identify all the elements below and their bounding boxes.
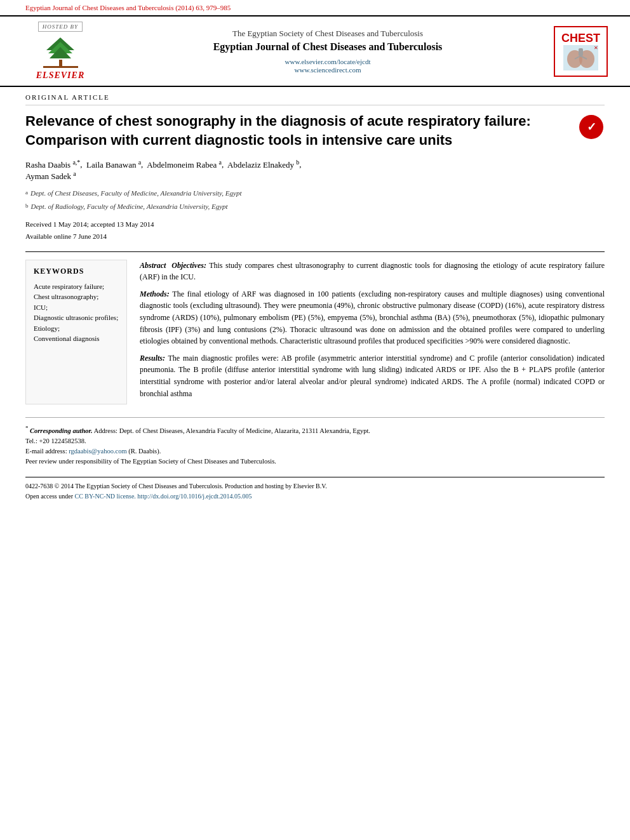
journal-reference: Egyptian Journal of Chest Diseases and T… <box>25 4 231 11</box>
affil-1-sup: a <box>25 188 28 197</box>
elsevier-logo: HOSTED BY ELSEVIER <box>19 22 102 81</box>
chest-journal-logo: CHEST ✕ <box>554 26 611 77</box>
keywords-list: Acute respiratory failure; Chest ultraso… <box>34 281 119 344</box>
affiliations: a Dept. of Chest Diseases, Faculty of Me… <box>25 188 605 212</box>
corresponding-note: * Corresponding author. Address: Dept. o… <box>25 424 605 436</box>
methods-label: Methods: <box>140 290 170 298</box>
author-5: Ayman Sadek a <box>25 171 76 181</box>
abstract-objectives: Abstract Objectives: This study compares… <box>140 260 605 283</box>
author-4-sup: b <box>296 158 299 165</box>
crossmark-icon: ✓ <box>579 115 603 139</box>
society-name: The Egyptian Society of Chest Diseases a… <box>108 29 547 39</box>
affil-1-text: Dept. of Chest Diseases, Faculty of Medi… <box>30 188 241 199</box>
author-1-sup: a,* <box>72 158 80 165</box>
keyword-2: Chest ultrasonography; <box>34 291 119 302</box>
journal-header: HOSTED BY ELSEVIER The Egyptian Society … <box>0 15 630 87</box>
footer-email: rgdaabis@yahoo.com <box>69 448 126 455</box>
results-label: Results: <box>140 354 165 363</box>
copyright-bar: 0422-7638 © 2014 The Egyptian Society of… <box>25 477 605 507</box>
author-1: Rasha Daabis a,* <box>25 160 80 170</box>
copyright-text-1: 0422-7638 © 2014 The Egyptian Society of… <box>25 481 605 491</box>
doi-link: http://dx.doi.org/10.1016/j.ejcdt.2014.0… <box>137 493 251 500</box>
article-title: Relevance of chest sonography in the dia… <box>25 112 570 149</box>
keyword-1: Acute respiratory failure; <box>34 281 119 292</box>
abstract-label: Abstract <box>140 261 166 270</box>
chest-journal-box: CHEST ✕ <box>554 26 608 77</box>
objectives-text: This study compares chest ultrasonograph… <box>140 261 605 282</box>
corresponding-sup: * <box>25 425 28 431</box>
author-2-sup: a <box>138 158 141 165</box>
cc-license-link: CC BY-NC-ND license. <box>74 493 135 500</box>
svg-rect-4 <box>43 66 78 68</box>
title-area: Relevance of chest sonography in the dia… <box>25 112 605 149</box>
svg-rect-8 <box>579 48 583 56</box>
elsevier-brand-label: ELSEVIER <box>36 70 84 81</box>
svg-text:✕: ✕ <box>594 45 598 51</box>
chest-title: CHEST <box>561 32 600 45</box>
top-bar: Egyptian Journal of Chest Diseases and T… <box>0 0 630 15</box>
abstract-text: Abstract Objectives: This study compares… <box>140 260 605 400</box>
results-text: The main diagnostic profiles were: AB pr… <box>140 354 605 398</box>
keywords-abstract-section: KEYWORDS Acute respiratory failure; Ches… <box>25 260 605 405</box>
email-line: E-mail address: rgdaabis@yahoo.com (R. D… <box>25 446 605 457</box>
abstract-results: Results: The main diagnostic profiles we… <box>140 352 605 399</box>
author-4: Abdelaziz Elnakedy b <box>227 160 299 170</box>
author-3-sup: a <box>219 158 222 165</box>
abstract-panel: Abstract Objectives: This study compares… <box>140 260 605 405</box>
affiliation-2: b Dept. of Radiology, Faculty of Medicin… <box>25 201 605 213</box>
author-3: Abdelmoneim Rabea a <box>147 160 222 170</box>
author-5-sup: a <box>73 170 76 177</box>
objectives-label: Objectives: <box>171 261 206 270</box>
methods-text: The final etiology of ARF was diagnosed … <box>140 290 605 345</box>
affiliation-1: a Dept. of Chest Diseases, Faculty of Me… <box>25 188 605 199</box>
keyword-4: Diagnostic ultrasonic profiles; <box>34 312 119 323</box>
keyword-5: Etiology; <box>34 323 119 334</box>
journal-links: www.elsevier.com/locate/ejcdt www.scienc… <box>108 58 547 74</box>
available-date: Available online 7 June 2014 <box>25 230 605 243</box>
footer-area: * Corresponding author. Address: Dept. o… <box>25 417 605 467</box>
keywords-panel: KEYWORDS Acute respiratory failure; Ches… <box>25 260 127 405</box>
elsevier-tree-icon <box>40 34 81 69</box>
footer-left: * Corresponding author. Address: Dept. o… <box>25 424 605 467</box>
affil-2-text: Dept. of Radiology, Faculty of Medicine,… <box>31 201 228 213</box>
copyright-text-2: Open access under CC BY-NC-ND license. h… <box>25 491 605 502</box>
peer-review-line: Peer review under responsibility of The … <box>25 457 605 467</box>
keyword-3: ICU; <box>34 302 119 313</box>
tel-line: Tel.: +20 1224582538. <box>25 436 605 446</box>
lung-image-icon: ✕ <box>563 45 598 70</box>
corresponding-address: Address: Dept. of Chest Diseases, Alexan… <box>94 427 370 434</box>
main-content: ORIGINAL ARTICLE Relevance of chest sono… <box>0 87 630 507</box>
keywords-title: KEYWORDS <box>34 267 119 276</box>
email-suffix: (R. Daabis). <box>128 448 161 455</box>
article-type-label: ORIGINAL ARTICLE <box>25 87 605 105</box>
author-2: Laila Banawan a <box>86 160 141 170</box>
affil-2-sup: b <box>25 201 29 210</box>
crossmark-badge: ✓ <box>579 115 605 140</box>
separator <box>25 251 605 252</box>
journal-info: The Egyptian Society of Chest Diseases a… <box>108 29 547 74</box>
journal-name: Egyptian Journal of Chest Diseases and T… <box>108 41 547 53</box>
keyword-6: Conventional diagnosis <box>34 333 119 344</box>
received-date: Received 1 May 2014; accepted 13 May 201… <box>25 218 605 230</box>
journal-link-1: www.elsevier.com/locate/ejcdt <box>108 58 547 65</box>
dates-section: Received 1 May 2014; accepted 13 May 201… <box>25 218 605 242</box>
authors-list: Rasha Daabis a,*, Laila Banawan a, Abdel… <box>25 158 605 182</box>
abstract-methods: Methods: The final etiology of ARF was d… <box>140 288 605 347</box>
journal-link-2: www.sciencedirect.com <box>108 66 547 74</box>
hosted-by-label: HOSTED BY <box>38 22 83 32</box>
corresponding-label: Corresponding author. <box>30 427 93 434</box>
